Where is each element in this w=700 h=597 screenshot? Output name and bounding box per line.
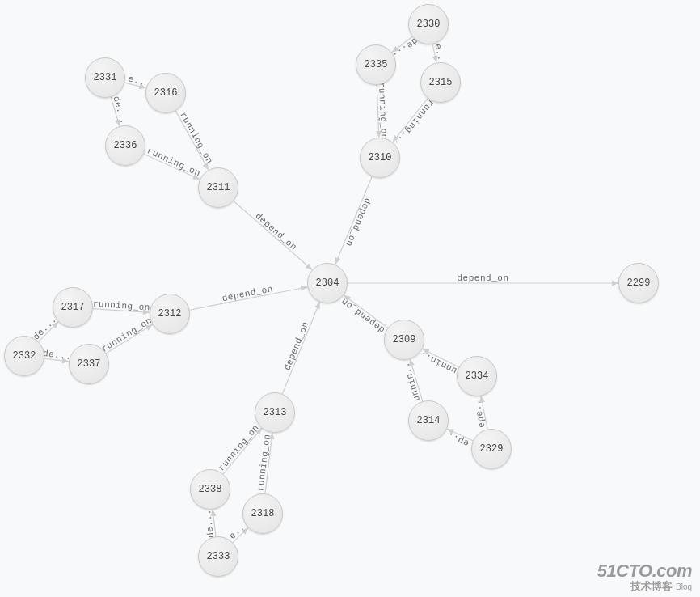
edge-label: running_on	[93, 299, 151, 313]
graph-node[interactable]: 2299	[618, 263, 659, 303]
node-label: 2313	[264, 407, 287, 418]
edge	[93, 309, 150, 313]
edge	[175, 111, 209, 170]
edge-label: de...	[32, 315, 59, 342]
graph-node[interactable]: 2315	[420, 62, 461, 103]
edge	[144, 154, 200, 179]
graph-node[interactable]: 2310	[360, 138, 400, 178]
graph-canvas: depend_ondepend_onrunning_onrunning_onde…	[0, 0, 700, 597]
node-label: 2309	[393, 334, 416, 345]
edge-label: running...	[392, 98, 436, 149]
edge-label: depend_on	[339, 296, 387, 335]
edge	[481, 396, 487, 430]
edge	[124, 83, 146, 88]
edge-label: running_on	[255, 434, 272, 492]
watermark-sub: 技术博客Blog	[597, 581, 692, 592]
edge-label: running_on	[178, 111, 214, 166]
node-label: 2310	[369, 152, 392, 163]
graph-node[interactable]: 2317	[53, 287, 93, 328]
edge-label: depend_on	[344, 197, 373, 248]
edge-label: dep...	[0, 0, 470, 448]
edge-label: depend_on	[282, 320, 310, 372]
edge-label: running_on	[145, 146, 202, 178]
edge	[106, 324, 153, 354]
edge	[410, 359, 423, 401]
edge-label: de...	[203, 509, 216, 539]
node-label: 2329	[480, 443, 504, 455]
edge	[335, 176, 373, 265]
edge	[422, 349, 458, 367]
graph-node[interactable]: 2337	[69, 344, 109, 384]
node-label: 2312	[158, 308, 182, 320]
graph-node[interactable]: 2311	[198, 167, 238, 208]
edge-label: depend_on	[221, 284, 274, 303]
node-label: 2332	[13, 350, 36, 362]
node-label: 2314	[417, 415, 441, 426]
edge	[44, 358, 69, 362]
node-label: 2331	[94, 72, 117, 83]
graph-node[interactable]: 2316	[145, 73, 186, 113]
edge	[392, 36, 412, 53]
node-label: 2336	[114, 140, 137, 151]
graph-node[interactable]: 2335	[356, 44, 396, 85]
graph-node[interactable]: 2312	[150, 294, 190, 334]
edge	[282, 302, 319, 394]
graph-node[interactable]: 2309	[384, 320, 424, 360]
graph-node[interactable]: 2333	[198, 536, 238, 577]
edge	[111, 97, 120, 126]
graph-node[interactable]: 2313	[255, 392, 295, 433]
node-label: 2304	[316, 277, 339, 289]
edge	[223, 428, 262, 474]
watermark: 51CTO.com 技术博客Blog	[597, 561, 692, 592]
graph-node[interactable]: 2329	[471, 429, 512, 469]
edge-label: de...	[42, 349, 72, 362]
edge-label: running_on	[217, 423, 261, 473]
graph-node[interactable]: 2314	[408, 400, 449, 441]
edge	[233, 527, 248, 542]
node-label: 2338	[199, 484, 222, 495]
node-label: 2311	[207, 182, 230, 193]
edge	[265, 433, 272, 493]
node-label: 2318	[251, 508, 275, 519]
edge-label: running_on	[99, 315, 154, 354]
node-label: 2335	[365, 59, 388, 70]
edge	[432, 44, 436, 62]
graph-node[interactable]: 2304	[307, 263, 348, 303]
edge	[393, 98, 428, 142]
edge	[213, 510, 216, 536]
graph-node[interactable]: 2338	[190, 469, 230, 510]
edge-label: depend_on	[253, 211, 298, 252]
node-label: 2316	[154, 87, 178, 99]
edge-label: de...	[111, 95, 129, 125]
graph-node[interactable]: 2332	[4, 336, 44, 376]
edge	[344, 295, 388, 328]
graph-node[interactable]: 2334	[457, 356, 497, 396]
edge-label: running_on	[377, 82, 389, 140]
node-label: 2317	[61, 302, 85, 313]
edge	[234, 201, 312, 269]
node-label: 2334	[466, 370, 489, 382]
node-label: 2315	[429, 77, 453, 88]
node-label: 2299	[627, 277, 651, 289]
graph-node[interactable]: 2318	[242, 493, 283, 534]
edge	[39, 322, 59, 342]
node-label: 2337	[78, 358, 101, 370]
edge	[447, 429, 473, 441]
node-label: 2333	[207, 551, 230, 562]
edge	[190, 287, 308, 310]
watermark-site: 51CTO.com	[597, 561, 692, 581]
edge	[377, 85, 379, 138]
edge-label: depend_on	[458, 273, 509, 283]
node-label: 2330	[417, 19, 441, 30]
graph-node[interactable]: 2330	[408, 4, 449, 44]
graph-node[interactable]: 2331	[85, 57, 125, 98]
graph-node[interactable]: 2336	[105, 125, 145, 166]
